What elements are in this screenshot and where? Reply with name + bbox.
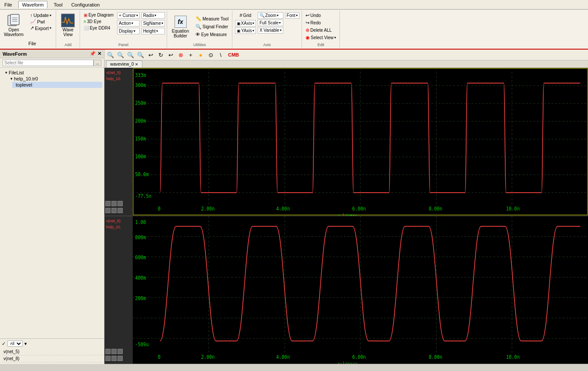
sidebar-close-icon[interactable]: ✕: [97, 51, 101, 57]
display-arrow: ▾: [134, 29, 135, 33]
plot-1-canvas[interactable]: 333m 300m 250m 200m 150m 100m 50.0m -77.…: [133, 68, 588, 216]
menu-tool[interactable]: Tool: [51, 1, 65, 8]
file-label: File: [28, 41, 53, 46]
add-label: Add: [64, 42, 71, 47]
plot-1-btn-1[interactable]: [105, 201, 111, 206]
menu-file[interactable]: File: [2, 1, 15, 8]
redo-button[interactable]: ↪ Redo: [304, 20, 338, 26]
main-layout: WaveForm 📌 ✕ ... ▾ FileList ▾ help_10.tr…: [0, 50, 588, 364]
svg-text:10.0n: 10.0n: [506, 354, 520, 360]
tree-toplevel[interactable]: toplevel: [12, 82, 102, 88]
xaxis-arrow: ▾: [252, 21, 254, 25]
cursor-button[interactable]: + Cursor ▾: [117, 12, 140, 19]
tb-circle-icon[interactable]: ⊙: [206, 50, 215, 59]
zoom-button[interactable]: 🔍 Zoom ▾: [258, 12, 283, 19]
plot-1-btn-6[interactable]: [118, 208, 123, 213]
update-button[interactable]: ↑ Update ▾: [28, 12, 53, 18]
font-button[interactable]: Font ▾: [285, 12, 299, 19]
plot-1-btn-2[interactable]: [111, 201, 117, 206]
tb-zoom-sel-icon[interactable]: 🔍: [136, 50, 145, 59]
eye-ddr4-button[interactable]: ⬜ Eye DDR4: [82, 25, 115, 31]
radix-button[interactable]: Radix ▾: [141, 12, 165, 19]
three-d-eye-button[interactable]: ≡ 3D Eye: [82, 19, 115, 24]
wave-view-button[interactable]: WaveView: [58, 11, 78, 39]
waveform-tab-close-0[interactable]: ✕: [135, 62, 138, 67]
sidebar-file-row: ...: [0, 58, 104, 68]
menu-waveform[interactable]: Waveform: [18, 1, 48, 8]
tb-zoom-fit-icon[interactable]: 🔍: [126, 50, 135, 59]
plot-2-canvas[interactable]: 1.00 800m 600m 400m 200m -509u 0 2.00n 4…: [133, 216, 588, 364]
plot-1-mini-toolbar: [105, 200, 132, 207]
pwl-icon: 📈: [30, 19, 36, 24]
display-button[interactable]: Display ▾: [117, 28, 140, 34]
tb-marker-icon[interactable]: ●: [196, 50, 205, 59]
height-arrow: ▾: [156, 29, 158, 33]
plot-2: v(net_8) help_10.: [104, 216, 588, 364]
tb-line-icon[interactable]: \: [216, 50, 225, 59]
height-button[interactable]: Height ▾: [141, 28, 165, 34]
open-waveform-button[interactable]: OpenWaveform: [1, 11, 27, 47]
plot-1-btn-3[interactable]: [118, 201, 123, 206]
tb-redo-icon[interactable]: ↻: [156, 50, 165, 59]
tree-file[interactable]: ▾ help_10.tr0: [7, 76, 102, 82]
filter-select[interactable]: All: [7, 341, 23, 347]
waveform-tab-0[interactable]: waveview_0 ✕: [106, 60, 142, 67]
menu-configuration[interactable]: Configuration: [69, 1, 102, 8]
plot-1-signal-name: v(net_5): [105, 70, 132, 76]
yaxis-arrow: ▾: [252, 29, 254, 33]
signal-item-1[interactable]: v(net_8): [2, 355, 102, 362]
signal-finder-icon: 🔍: [195, 24, 202, 30]
export-arrow: ▾: [50, 26, 51, 30]
pwl-button[interactable]: 📈 Pwl: [28, 18, 53, 25]
xaxis-button[interactable]: ▣ XAxis ▾: [235, 20, 256, 27]
action-button[interactable]: Action ▾: [117, 20, 140, 27]
redo-icon: ↪: [306, 20, 309, 26]
x-variable-button[interactable]: X Variable ▾: [258, 27, 283, 33]
grid-button[interactable]: # Grid: [238, 12, 253, 18]
plot-2-btn-2[interactable]: [111, 349, 117, 354]
tb-back-icon[interactable]: ↩: [166, 50, 175, 59]
plot-1-btn-5[interactable]: [111, 208, 117, 213]
tb-zoom-in-icon[interactable]: 🔍: [106, 50, 115, 59]
signame-arrow: ▾: [161, 21, 163, 25]
tb-cmb-btn[interactable]: CMB: [226, 50, 241, 59]
sidebar-file-input[interactable]: [3, 60, 94, 66]
undo-button[interactable]: ↩ Undo: [304, 12, 338, 19]
svg-text:2.00n: 2.00n: [201, 206, 215, 212]
signal-finder-button[interactable]: 🔍 Signal Finder: [194, 23, 230, 30]
select-view-arrow: ▾: [334, 36, 336, 40]
eye-measure-icon: 👁: [195, 32, 200, 37]
export-button[interactable]: ↗ Export ▾: [28, 25, 53, 31]
select-view-button[interactable]: ◉ Select View ▾: [304, 34, 338, 41]
signal-item-0[interactable]: v(net_5): [2, 348, 102, 355]
update-icon: ↑: [30, 13, 33, 18]
tb-undo-icon[interactable]: ↩: [146, 50, 155, 59]
sidebar-pin-icon[interactable]: 📌: [90, 51, 96, 57]
signame-button[interactable]: SigName ▾: [141, 20, 165, 27]
plot-2-btn-5[interactable]: [111, 356, 117, 361]
tree-root-label: FileList: [9, 70, 24, 75]
eye-diagram-button[interactable]: ▣ Eye Diagram: [82, 12, 115, 18]
full-scale-button[interactable]: Full Scale ▾: [258, 20, 283, 26]
plot-1-btn-4[interactable]: [105, 208, 111, 213]
svg-text:333m: 333m: [135, 73, 146, 79]
plot-1-svg: 333m 300m 250m 200m 150m 100m 50.0m -77.…: [133, 68, 588, 216]
equation-builder-button[interactable]: fx EquationBuilder: [169, 13, 192, 40]
radix-arrow: ▾: [155, 13, 156, 17]
plot-2-btn-1[interactable]: [105, 349, 111, 354]
plot-2-btn-3[interactable]: [118, 349, 123, 354]
axis-label: Axis: [263, 42, 271, 47]
delete-all-button[interactable]: ⊗ Delete ALL: [304, 27, 338, 33]
yaxis-button[interactable]: ▣ YAxis ▾: [235, 27, 256, 34]
plot-2-btn-6[interactable]: [118, 356, 123, 361]
sidebar-file-btn[interactable]: ...: [94, 60, 101, 66]
wave-view-icon: [61, 13, 75, 27]
tree-root[interactable]: ▾ FileList: [2, 70, 102, 76]
plot-2-btn-4[interactable]: [105, 356, 111, 361]
tb-add-icon[interactable]: +: [186, 50, 195, 59]
eye-measure-button[interactable]: 👁 Eye Measure: [194, 31, 230, 37]
tb-zoom-out-icon[interactable]: 🔍: [116, 50, 125, 59]
tb-stop-icon[interactable]: ⊗: [176, 50, 185, 59]
open-waveform-icon: [7, 13, 21, 27]
measure-tool-button[interactable]: 📏 Measure Tool: [194, 16, 230, 22]
